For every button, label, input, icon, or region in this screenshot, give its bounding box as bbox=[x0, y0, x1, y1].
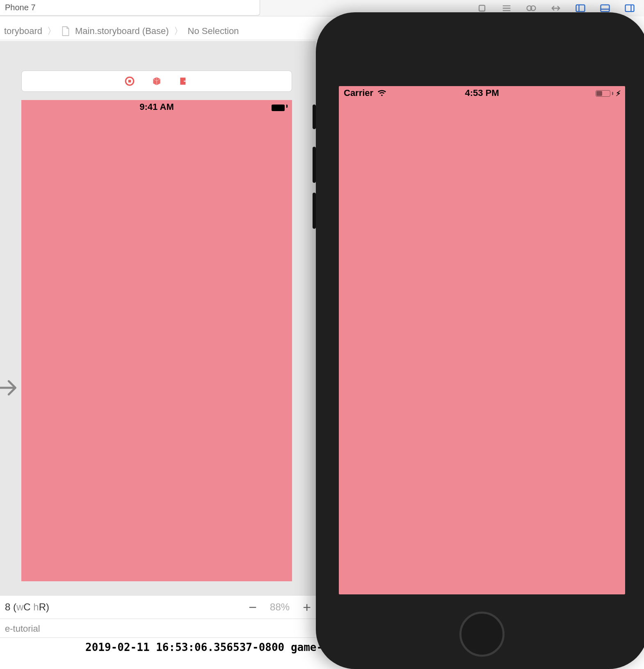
size-class-label[interactable]: 8 (wC hR) bbox=[5, 601, 49, 613]
zoom-value: 88% bbox=[270, 601, 290, 613]
zoom-in-button[interactable]: + bbox=[303, 600, 311, 614]
svg-rect-3 bbox=[576, 5, 585, 11]
ib-status-time: 9:41 AM bbox=[139, 102, 174, 112]
simulator-time: 4:53 PM bbox=[339, 88, 625, 98]
view-controller-view[interactable]: 9:41 AM bbox=[21, 100, 292, 581]
exit-icon[interactable] bbox=[178, 75, 190, 87]
stop-icon[interactable] bbox=[123, 75, 136, 87]
interface-builder-canvas[interactable]: 9:41 AM bbox=[0, 41, 316, 595]
svg-rect-4 bbox=[601, 5, 610, 11]
mute-switch[interactable] bbox=[313, 105, 316, 129]
svg-rect-5 bbox=[626, 5, 634, 11]
battery-full-icon bbox=[272, 103, 286, 109]
cube-icon[interactable] bbox=[151, 75, 163, 87]
canvas-footer: 8 (wC hR) − 88% + bbox=[0, 595, 316, 619]
svg-rect-7 bbox=[128, 80, 131, 83]
device-selector-value: Phone 7 bbox=[5, 3, 36, 12]
zoom-controls: − 88% + bbox=[249, 600, 311, 614]
console-line: 2019-02-11 16:53:06.356537-0800 game- bbox=[85, 641, 323, 653]
device-selector[interactable]: Phone 7 bbox=[0, 0, 260, 16]
svg-rect-0 bbox=[479, 5, 485, 11]
battery-charging-icon: ⚡︎ bbox=[596, 89, 621, 98]
simulator-status-bar: Carrier 4:53 PM ⚡︎ bbox=[339, 86, 625, 100]
chevron-right-icon: 〉 bbox=[174, 25, 183, 37]
panel-right-icon[interactable] bbox=[621, 2, 638, 14]
volume-up-button[interactable] bbox=[313, 147, 316, 183]
zoom-out-button[interactable]: − bbox=[249, 600, 257, 614]
storyboard-file-icon bbox=[61, 26, 70, 36]
breadcrumb-item[interactable]: No Selection bbox=[188, 26, 239, 36]
breadcrumb-item[interactable]: Main.storyboard (Base) bbox=[75, 26, 169, 36]
breadcrumb-item[interactable]: toryboard bbox=[4, 26, 42, 36]
view-controller-toolbar bbox=[21, 71, 292, 92]
volume-down-button[interactable] bbox=[313, 193, 316, 229]
simulator-screen[interactable]: Carrier 4:53 PM ⚡︎ bbox=[339, 86, 625, 594]
lightning-icon: ⚡︎ bbox=[616, 89, 621, 98]
view-controller[interactable]: 9:41 AM bbox=[21, 71, 292, 581]
entry-arrow-icon[interactable] bbox=[0, 377, 18, 400]
bottom-tab-label: e-tutorial bbox=[5, 623, 40, 634]
chevron-right-icon: 〉 bbox=[47, 25, 56, 37]
bottom-tab[interactable]: e-tutorial bbox=[0, 620, 316, 638]
ios-simulator: Carrier 4:53 PM ⚡︎ bbox=[316, 12, 644, 669]
home-button[interactable] bbox=[459, 612, 505, 657]
ib-status-bar: 9:41 AM bbox=[21, 100, 292, 114]
